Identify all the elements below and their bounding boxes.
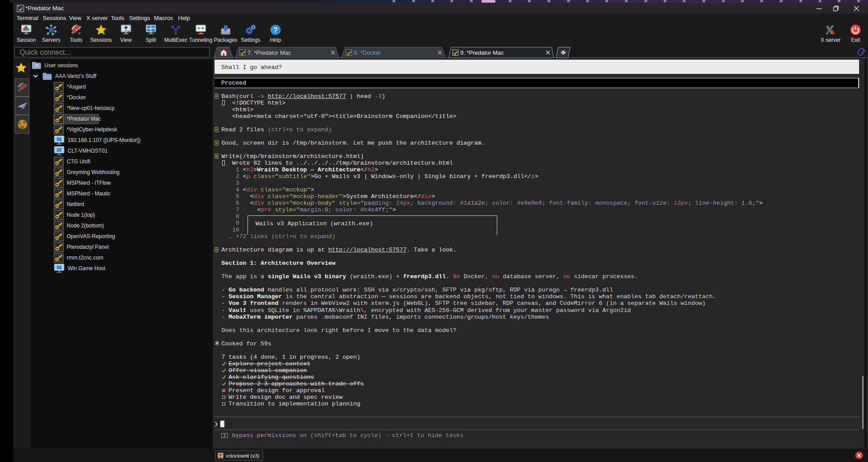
svg-text:?: ? (273, 26, 278, 34)
